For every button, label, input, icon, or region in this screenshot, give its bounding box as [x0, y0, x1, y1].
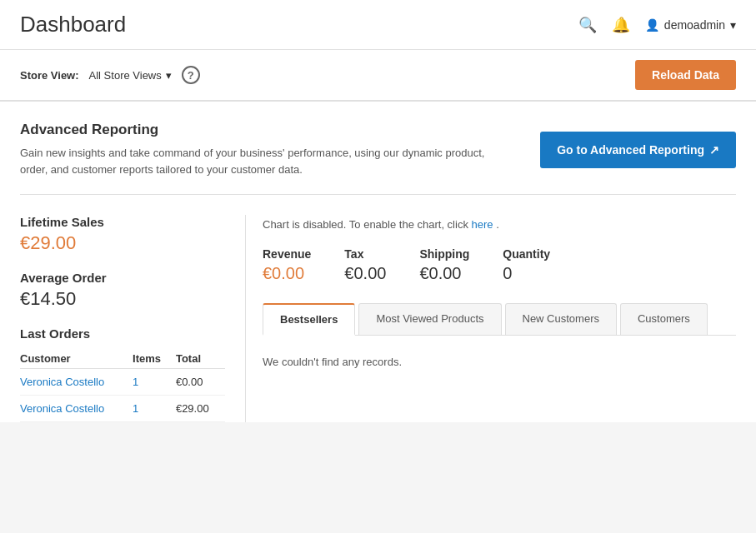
reload-data-button[interactable]: Reload Data — [635, 60, 736, 90]
store-view-label: Store View: — [20, 69, 79, 82]
user-name: demoadmin — [664, 18, 725, 32]
revenue-stats: Revenue €0.00 Tax €0.00 Shipping €0.00 Q… — [263, 247, 736, 283]
lifetime-sales-value: €29.00 — [20, 232, 225, 254]
header-icons: 🔍 🔔 👤 demoadmin ▾ — [578, 16, 736, 34]
items-link[interactable]: 1 — [133, 376, 138, 388]
help-icon[interactable]: ? — [182, 66, 200, 84]
customer-name: Veronica Costello — [20, 396, 133, 422]
no-records-message: We couldn't find any records. — [263, 349, 736, 375]
lifetime-sales-block: Lifetime Sales €29.00 — [20, 215, 225, 254]
lifetime-sales-label: Lifetime Sales — [20, 215, 225, 229]
table-row: Veronica Costello 1 €0.00 — [20, 369, 225, 396]
revenue-stat-item: Quantity 0 — [503, 247, 550, 283]
external-link-icon: ↗ — [709, 143, 719, 157]
tabs: BestsellersMost Viewed ProductsNew Custo… — [263, 303, 736, 336]
col-total: Total — [176, 349, 225, 369]
store-view-caret-icon: ▾ — [166, 69, 172, 82]
advanced-reporting-description: Gain new insights and take command of yo… — [20, 145, 487, 177]
user-menu[interactable]: 👤 demoadmin ▾ — [645, 18, 736, 32]
advanced-reporting-text: Advanced Reporting Gain new insights and… — [20, 122, 487, 177]
tab-most-viewed-products[interactable]: Most Viewed Products — [358, 303, 501, 335]
customer-link[interactable]: Veronica Costello — [20, 402, 104, 415]
average-order-block: Average Order €14.50 — [20, 271, 225, 310]
table-row: Veronica Costello 1 €29.00 — [20, 396, 225, 422]
advanced-reporting-section: Advanced Reporting Gain new insights and… — [20, 102, 736, 195]
revenue-stat-item: Revenue €0.00 — [263, 247, 311, 283]
stats-section: Lifetime Sales €29.00 Average Order €14.… — [20, 195, 736, 422]
items-count: 1 — [133, 369, 176, 396]
right-content: Chart is disabled. To enable the chart, … — [245, 215, 736, 422]
revenue-stat-item: Tax €0.00 — [344, 247, 386, 283]
tab-bestsellers[interactable]: Bestsellers — [263, 303, 355, 336]
advanced-reporting-heading: Advanced Reporting — [20, 122, 487, 138]
chart-enable-link[interactable]: here — [472, 218, 493, 231]
store-view-value: All Store Views — [89, 69, 162, 82]
order-total: €29.00 — [176, 396, 225, 422]
user-icon: 👤 — [645, 18, 659, 32]
col-items: Items — [133, 349, 176, 369]
items-count: 1 — [133, 396, 176, 422]
rev-stat-value: €0.00 — [419, 264, 469, 283]
average-order-label: Average Order — [20, 271, 225, 285]
go-to-advanced-reporting-button[interactable]: Go to Advanced Reporting ↗ — [540, 132, 736, 168]
last-orders-heading: Last Orders — [20, 326, 225, 341]
last-orders-table: Customer Items Total Veronica Costello 1… — [20, 349, 225, 422]
revenue-stat-item: Shipping €0.00 — [419, 247, 469, 283]
chart-disabled-message: Chart is disabled. To enable the chart, … — [263, 215, 736, 231]
tab-new-customers[interactable]: New Customers — [505, 303, 617, 335]
rev-stat-label: Quantity — [503, 247, 550, 261]
search-icon[interactable]: 🔍 — [578, 16, 597, 34]
user-caret-icon: ▾ — [730, 18, 736, 32]
rev-stat-value: €0.00 — [344, 264, 386, 283]
average-order-value: €14.50 — [20, 288, 225, 310]
rev-stat-label: Tax — [344, 247, 386, 261]
rev-stat-value: €0.00 — [263, 264, 311, 283]
store-view-dropdown[interactable]: All Store Views ▾ — [89, 69, 172, 82]
advanced-reporting-button-label: Go to Advanced Reporting — [557, 143, 704, 157]
bell-icon[interactable]: 🔔 — [612, 16, 630, 34]
customer-name: Veronica Costello — [20, 369, 133, 396]
rev-stat-label: Shipping — [419, 247, 469, 261]
customer-link[interactable]: Veronica Costello — [20, 376, 104, 388]
items-link[interactable]: 1 — [133, 402, 138, 415]
main-content: Advanced Reporting Gain new insights and… — [0, 102, 756, 422]
rev-stat-label: Revenue — [263, 247, 311, 261]
order-total: €0.00 — [176, 369, 225, 396]
left-stats: Lifetime Sales €29.00 Average Order €14.… — [20, 215, 245, 422]
store-view-section: Store View: All Store Views ▾ ? — [20, 66, 200, 84]
col-customer: Customer — [20, 349, 133, 369]
header: Dashboard 🔍 🔔 👤 demoadmin ▾ — [0, 0, 756, 50]
tab-customers[interactable]: Customers — [620, 303, 708, 335]
page-title: Dashboard — [20, 12, 126, 37]
rev-stat-value: 0 — [503, 264, 550, 283]
toolbar: Store View: All Store Views ▾ ? Reload D… — [0, 50, 756, 101]
